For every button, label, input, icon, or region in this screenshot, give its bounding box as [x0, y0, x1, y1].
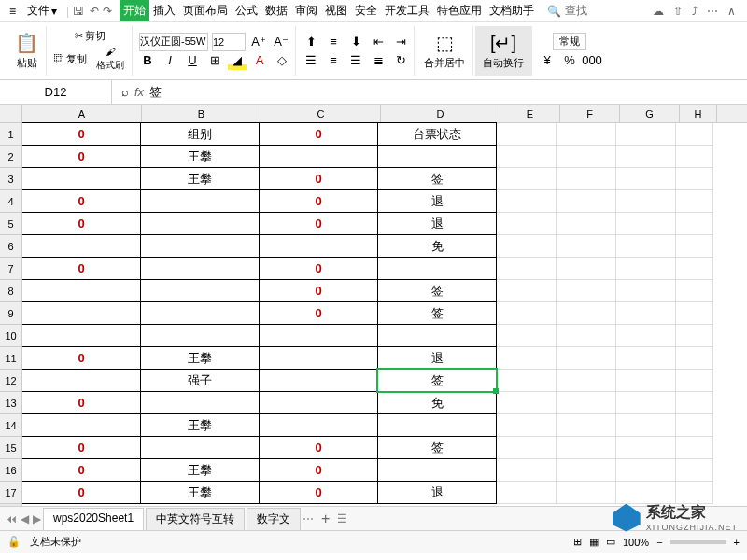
cell-F2[interactable]	[557, 146, 616, 168]
cell-C11[interactable]	[259, 346, 378, 370]
cell-A6[interactable]	[22, 234, 141, 258]
merge-center-button[interactable]: ⬚ 合并居中	[420, 30, 469, 72]
cell-A13[interactable]: 0	[22, 391, 141, 414]
cell-C5[interactable]: 0	[259, 212, 378, 235]
ribbon-tab-7[interactable]: 安全	[351, 0, 381, 21]
cell-E2[interactable]	[497, 146, 557, 168]
cell-F16[interactable]	[557, 459, 616, 482]
add-sheet-button[interactable]: +	[316, 511, 335, 527]
fx-icon[interactable]: ⌕	[121, 85, 129, 99]
cell-E1[interactable]	[497, 123, 557, 146]
cell-G12[interactable]	[616, 370, 676, 392]
row-header-17[interactable]: 17	[0, 482, 21, 504]
cell-G6[interactable]	[616, 235, 676, 258]
ribbon-tab-3[interactable]: 公式	[232, 0, 261, 21]
cell-A3[interactable]	[22, 167, 141, 190]
cell-F9[interactable]	[557, 302, 616, 325]
col-header-G[interactable]: G	[620, 105, 680, 122]
cell-E4[interactable]	[497, 190, 557, 213]
cell-B1[interactable]: 组别	[140, 122, 260, 146]
cell-A9[interactable]	[22, 301, 141, 325]
collapse-icon[interactable]: ∧	[727, 5, 736, 18]
copy-button[interactable]: ⿻复制	[52, 51, 89, 67]
col-header-F[interactable]: F	[560, 105, 620, 122]
orientation-button[interactable]: ↻	[391, 51, 410, 70]
cell-D10[interactable]	[377, 324, 497, 347]
cell-B15[interactable]	[140, 436, 260, 459]
cell-B13[interactable]	[140, 391, 260, 414]
justify-button[interactable]: ≣	[369, 51, 388, 70]
cell-B12[interactable]: 强子	[140, 369, 260, 392]
ribbon-tab-10[interactable]: 文档助手	[486, 0, 538, 21]
sheet-nav-prev[interactable]: ◀	[21, 512, 29, 525]
cell-B17[interactable]: 王攀	[140, 481, 260, 504]
cell-G11[interactable]	[616, 347, 676, 370]
row-header-3[interactable]: 3	[0, 168, 21, 190]
cell-H3[interactable]	[676, 168, 713, 190]
indent-left-button[interactable]: ⇤	[369, 33, 388, 51]
cell-E10[interactable]	[497, 325, 557, 347]
border-button[interactable]: ⊞	[205, 51, 224, 70]
cell-E8[interactable]	[497, 280, 557, 302]
cell-B2[interactable]: 王攀	[140, 145, 260, 168]
row-header-9[interactable]: 9	[0, 302, 21, 325]
cell-C14[interactable]	[259, 413, 378, 437]
col-header-D[interactable]: D	[381, 105, 500, 122]
cell-B4[interactable]	[140, 189, 260, 213]
cell-D4[interactable]: 退	[377, 189, 497, 213]
row-header-10[interactable]: 10	[0, 325, 21, 347]
align-left-button[interactable]: ☰	[302, 51, 320, 70]
cell-F12[interactable]	[557, 370, 616, 392]
ribbon-tab-2[interactable]: 页面布局	[179, 0, 232, 21]
bold-button[interactable]: B	[138, 51, 157, 70]
row-header-8[interactable]: 8	[0, 280, 21, 302]
more-icon[interactable]: ⋯	[707, 5, 718, 18]
formula-input[interactable]: 签	[149, 84, 162, 101]
cell-G2[interactable]	[616, 146, 676, 168]
underline-button[interactable]: U	[183, 51, 202, 70]
cell-B5[interactable]	[140, 212, 260, 235]
cell-A1[interactable]: 0	[22, 122, 141, 146]
fill-color-button[interactable]: ◢	[228, 51, 247, 70]
cell-D12[interactable]: 签	[377, 369, 497, 392]
auto-wrap-button[interactable]: [↵] 自动换行	[479, 30, 528, 72]
cell-D5[interactable]: 退	[377, 212, 497, 235]
cell-G16[interactable]	[616, 459, 676, 482]
cell-H17[interactable]	[676, 482, 713, 504]
cell-C1[interactable]: 0	[259, 122, 378, 146]
cell-D15[interactable]: 签	[377, 436, 497, 459]
col-header-C[interactable]: C	[261, 105, 381, 122]
align-center-button[interactable]: ≡	[324, 51, 343, 70]
cell-F1[interactable]	[557, 123, 616, 146]
sheet-tab-0[interactable]: wps2020Sheet1	[43, 508, 144, 530]
cell-A2[interactable]: 0	[22, 145, 141, 168]
cell-E15[interactable]	[497, 437, 557, 459]
cell-A10[interactable]	[22, 324, 141, 347]
row-header-16[interactable]: 16	[0, 459, 21, 482]
cell-F11[interactable]	[557, 347, 616, 370]
cloud-icon[interactable]: ☁	[653, 5, 664, 18]
col-header-A[interactable]: A	[22, 105, 142, 122]
cell-G9[interactable]	[616, 302, 676, 325]
cell-D11[interactable]: 退	[377, 346, 497, 370]
cell-E3[interactable]	[497, 168, 557, 190]
cell-B9[interactable]	[140, 301, 260, 325]
cell-A8[interactable]	[22, 279, 141, 302]
ribbon-tab-4[interactable]: 数据	[261, 0, 291, 21]
font-name-select[interactable]	[139, 33, 208, 51]
zoom-in-button[interactable]: +	[734, 537, 740, 548]
cell-G8[interactable]	[616, 280, 676, 302]
cell-E7[interactable]	[497, 258, 557, 280]
cell-G17[interactable]	[616, 482, 676, 504]
cell-H12[interactable]	[676, 370, 713, 392]
italic-button[interactable]: I	[161, 51, 179, 70]
cell-A7[interactable]: 0	[22, 257, 141, 280]
cell-C12[interactable]	[259, 369, 378, 392]
cell-A11[interactable]: 0	[22, 346, 141, 370]
app-menu-icon[interactable]: ≡	[4, 5, 21, 18]
cell-G7[interactable]	[616, 258, 676, 280]
cell-E16[interactable]	[497, 459, 557, 482]
cell-C15[interactable]: 0	[259, 436, 378, 459]
cell-H11[interactable]	[676, 347, 713, 370]
row-header-6[interactable]: 6	[0, 235, 21, 258]
